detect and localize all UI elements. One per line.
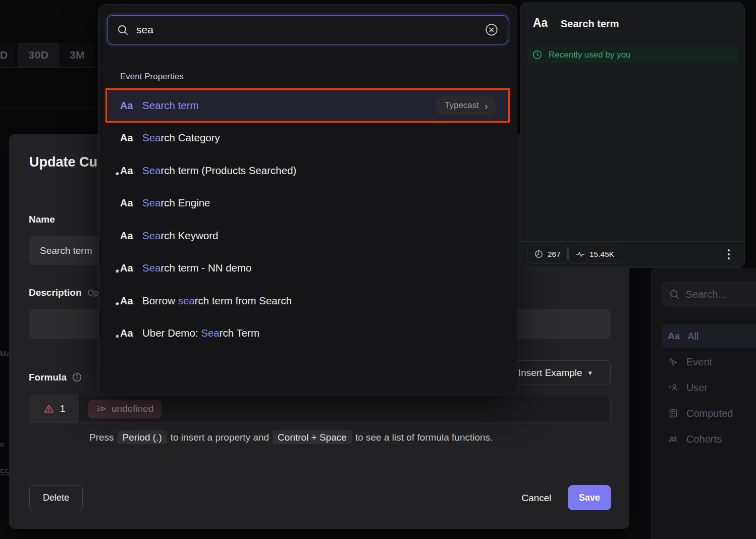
event-token-icon <box>96 404 106 414</box>
search-icon <box>669 289 680 300</box>
cohorts-icon <box>668 434 679 445</box>
text-property-icon: Aa* <box>120 165 142 177</box>
divider <box>0 107 98 108</box>
formula-label: Formula <box>29 372 82 385</box>
sidebar-search[interactable] <box>662 281 756 307</box>
search-icon <box>117 24 129 36</box>
time-range-button-3m[interactable]: 3M <box>61 43 94 67</box>
user-icon <box>668 382 679 393</box>
result-borrow-search-term[interactable]: Aa* Borrow search term from Search <box>107 285 509 317</box>
property-detail-panel: Aa Search term Recently used by you 267 … <box>520 3 745 268</box>
result-search-term-nn-demo[interactable]: Aa* Search term - NN demo <box>107 252 509 284</box>
text-property-icon: Aa* <box>120 328 142 339</box>
custom-property-asterisk-icon: * <box>116 171 119 181</box>
filter-tab-all[interactable]: Aa All <box>662 325 756 348</box>
property-type-popover: Aa All Event User Computed Cohorts <box>651 268 756 539</box>
text-property-icon: Aa* <box>120 132 142 144</box>
clock-icon <box>532 49 543 60</box>
chart-axis-fragment: e <box>0 440 5 449</box>
property-title: Search term <box>561 18 619 30</box>
text-property-icon: Aa* <box>120 197 142 209</box>
filter-tab-computed[interactable]: Computed <box>662 402 756 425</box>
filter-tab-user[interactable]: User <box>662 376 756 399</box>
divider <box>520 241 744 242</box>
chart-axis-fragment: 55 <box>0 468 9 477</box>
property-search-box[interactable] <box>107 15 508 44</box>
result-search-keyword[interactable]: Aa* Search Keyword <box>107 220 509 252</box>
result-search-term-products-searched[interactable]: Aa* Search term (Products Searched) <box>107 154 509 187</box>
sidebar-search-input[interactable] <box>686 289 746 300</box>
more-options-button[interactable] <box>721 247 736 262</box>
filter-tab-cohorts[interactable]: Cohorts <box>662 427 756 451</box>
result-search-engine[interactable]: Aa* Search Engine <box>107 187 509 219</box>
result-search-term[interactable]: Aa* Search term Typecast› <box>107 89 509 122</box>
text-property-icon: Aa* <box>120 230 142 242</box>
event-volume-pill[interactable]: 15.45K <box>568 245 621 263</box>
event-icon <box>668 356 679 367</box>
kbd-control-space: Control + Space <box>273 430 352 444</box>
formula-row: 1 undefined <box>29 395 611 423</box>
chevron-right-icon: › <box>484 100 488 111</box>
warning-icon <box>43 403 55 414</box>
time-range-button-fragment[interactable]: D <box>0 43 15 67</box>
cancel-button[interactable]: Cancel <box>509 487 564 509</box>
text-property-icon: Aa* <box>120 262 142 274</box>
formula-error-count: 1 <box>29 395 80 422</box>
text-property-icon: Aa <box>533 16 548 30</box>
chevron-down-icon: ▾ <box>588 368 592 378</box>
section-header-event-properties: Event Properties <box>120 72 184 82</box>
recently-used-badge: Recently used by you <box>527 46 739 63</box>
result-uber-demo-search-term[interactable]: Aa* Uber Demo: Search Term <box>107 317 509 349</box>
property-search-input[interactable] <box>136 24 477 36</box>
kbd-period: Period (.) <box>118 430 167 444</box>
custom-property-asterisk-icon: * <box>116 333 119 343</box>
formula-input[interactable]: undefined <box>80 395 610 422</box>
custom-property-asterisk-icon: * <box>116 268 119 278</box>
formula-hint: PressPeriod (.)to insert a property andC… <box>89 432 493 443</box>
app-screen: D 30D 3M May e 55 Update Cu Name Descrip… <box>0 0 756 539</box>
close-circle-icon <box>484 23 499 37</box>
result-search-category[interactable]: Aa* Search Category <box>107 122 509 154</box>
filter-tab-event[interactable]: Event <box>662 350 756 373</box>
typecast-badge[interactable]: Typecast› <box>436 96 497 115</box>
save-button[interactable]: Save <box>568 485 611 510</box>
modal-title: Update Cu <box>29 154 97 170</box>
pie-chart-icon <box>534 249 544 259</box>
delete-button[interactable]: Delete <box>29 485 83 510</box>
name-label: Name <box>29 214 55 225</box>
activity-icon <box>575 249 585 259</box>
undefined-token[interactable]: undefined <box>88 400 161 418</box>
clear-search-button[interactable] <box>484 23 499 37</box>
text-property-icon: Aa* <box>120 295 142 307</box>
distinct-values-pill[interactable]: 267 <box>527 245 568 263</box>
property-search-dropdown: Event Properties Aa* Search term Typecas… <box>98 4 517 396</box>
text-type-icon: Aa <box>668 331 680 342</box>
time-range-button-30d[interactable]: 30D <box>18 43 60 67</box>
computed-icon <box>668 408 679 419</box>
divider <box>0 67 98 68</box>
info-icon[interactable] <box>72 372 82 385</box>
text-property-icon: Aa* <box>120 100 142 112</box>
custom-property-asterisk-icon: * <box>116 301 119 311</box>
